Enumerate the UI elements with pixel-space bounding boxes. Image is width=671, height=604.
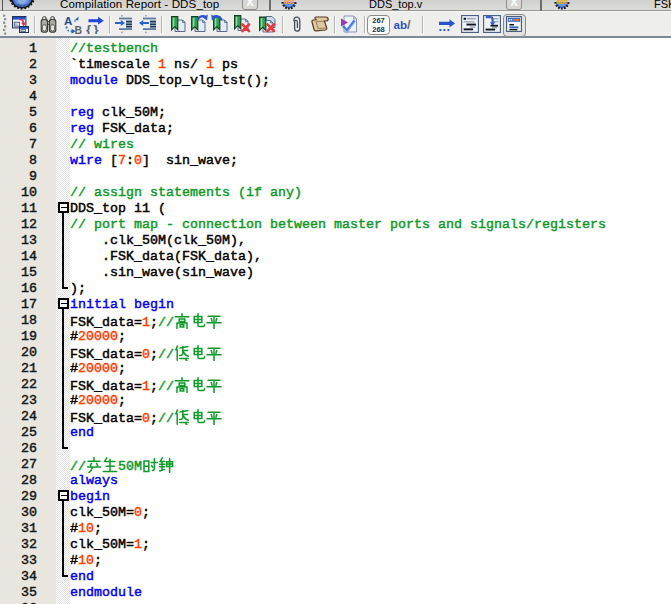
svg-text:A: A [64, 15, 72, 27]
svg-text:abc: abc [556, 0, 568, 5]
svg-text:abc: abc [283, 0, 295, 5]
svg-text:{: { [86, 22, 91, 35]
svg-text:}: } [94, 22, 99, 35]
svg-text:B: B [75, 24, 83, 35]
